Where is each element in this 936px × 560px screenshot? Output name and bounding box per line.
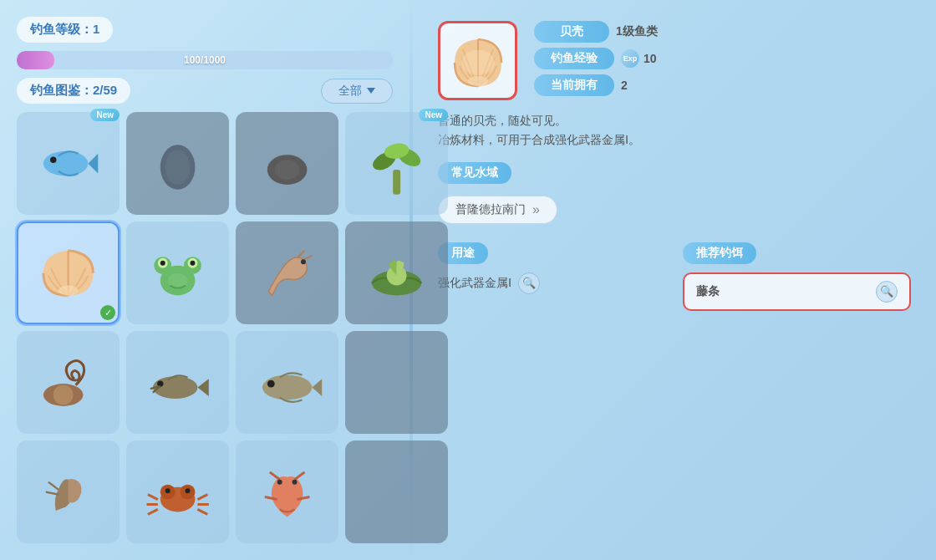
bait-section: 推荐钓饵 藤条 🔍 — [683, 242, 911, 311]
shell-icon-4 — [31, 236, 105, 310]
fish-cell-6[interactable] — [236, 221, 338, 324]
frog-icon-5 — [140, 236, 215, 310]
stat-row-name: 贝壳 1级鱼类 — [534, 21, 911, 43]
exp-bar-fill — [17, 51, 54, 69]
svg-point-4 — [165, 150, 191, 185]
svg-point-6 — [275, 160, 300, 180]
svg-point-47 — [185, 488, 190, 493]
item-name-label: 贝壳 — [534, 21, 609, 43]
usage-search-button[interactable]: 🔍 — [518, 272, 540, 294]
svg-point-11 — [58, 285, 79, 295]
fish-cell-13[interactable] — [126, 440, 229, 543]
item-stats: 贝壳 1级鱼类 钓鱼经验 Exp 10 当前拥有 2 — [534, 21, 911, 96]
fish-cell-14[interactable] — [236, 440, 338, 543]
filter-button[interactable]: 全部 — [321, 79, 393, 104]
sea-icon-12 — [31, 455, 105, 529]
svg-point-0 — [43, 151, 89, 176]
fish-cell-11[interactable] — [345, 331, 448, 434]
fish-grid: New New — [17, 112, 393, 543]
fish-cell-0[interactable]: New — [17, 112, 120, 215]
location-button[interactable]: 普隆德拉南门 » — [438, 196, 557, 224]
svg-marker-28 — [197, 379, 208, 396]
plant-icon-3 — [359, 126, 434, 201]
level-text: 钓鱼等级：1 — [30, 22, 99, 38]
catalog-badge: 钓鱼图鉴：2/59 — [17, 78, 130, 104]
new-badge-3: New — [419, 109, 448, 121]
svg-point-19 — [168, 273, 188, 288]
svg-line-43 — [197, 494, 207, 499]
item-icon — [445, 28, 511, 94]
catalog-header: 钓鱼图鉴：2/59 全部 — [17, 78, 393, 104]
stone-icon-2 — [250, 126, 324, 201]
svg-point-55 — [461, 50, 495, 75]
svg-line-49 — [294, 472, 304, 480]
water-tag: 常见水域 — [438, 162, 511, 184]
bait-search-button[interactable]: 🔍 — [876, 281, 898, 303]
usage-item-row: 强化武器金属Ⅰ 🔍 — [438, 272, 666, 294]
lobster-icon-14 — [250, 455, 324, 529]
svg-marker-1 — [88, 154, 98, 174]
fish-cell-10[interactable] — [236, 331, 338, 434]
fish-cell-15[interactable] — [345, 440, 448, 543]
svg-line-36 — [46, 492, 58, 495]
exp-value: Exp 10 — [621, 49, 657, 68]
lotus-icon-7 — [359, 236, 434, 310]
desc-line-2: 冶炼材料，可用于合成强化武器金属Ⅰ。 — [438, 131, 911, 150]
fish-cell-3[interactable]: New — [345, 112, 448, 215]
crab-icon-13 — [140, 455, 215, 529]
svg-point-26 — [53, 384, 74, 405]
svg-point-2 — [50, 156, 56, 162]
chevron-down-icon — [367, 88, 375, 94]
catalog-text: 钓鱼图鉴：2/59 — [30, 83, 117, 97]
fish-cell-2[interactable] — [236, 112, 338, 215]
bottom-section: 用途 强化武器金属Ⅰ 🔍 推荐钓饵 藤条 🔍 — [438, 242, 911, 311]
svg-point-22 — [301, 259, 306, 264]
fish-cell-9[interactable] — [126, 331, 229, 434]
owned-label: 当前拥有 — [534, 74, 614, 96]
level-badge: 钓鱼等级：1 — [17, 17, 113, 43]
svg-line-20 — [297, 251, 304, 258]
fish-cell-4[interactable]: ✓ — [17, 221, 120, 324]
stat-row-exp: 钓鱼经验 Exp 10 — [534, 48, 911, 69]
svg-point-54 — [468, 76, 488, 86]
chevron-icon: » — [532, 202, 540, 217]
bait-tag: 推荐钓饵 — [683, 242, 756, 264]
fish-cell-8[interactable] — [17, 331, 120, 434]
check-badge-4: ✓ — [100, 305, 115, 320]
fish-icon-0 — [31, 126, 105, 201]
stat-row-owned: 当前拥有 2 — [534, 74, 911, 96]
item-grade: 1级鱼类 — [616, 24, 658, 39]
owned-value: 2 — [621, 79, 628, 92]
fish-cell-7[interactable] — [345, 221, 448, 324]
svg-line-35 — [48, 482, 58, 490]
fish2-icon-10 — [250, 345, 324, 420]
fish-cell-1[interactable] — [126, 112, 229, 215]
location-row: 普隆德拉南门 » — [438, 196, 911, 224]
shrimp-icon-6 — [250, 236, 324, 310]
desc-line-1: 普通的贝壳，随处可见。 — [438, 112, 911, 131]
exp-icon: Exp — [621, 49, 639, 68]
catfish-icon-9 — [140, 345, 215, 420]
filter-label: 全部 — [338, 84, 362, 99]
snail-icon-8 — [31, 345, 105, 420]
exp-number: 10 — [644, 52, 657, 65]
svg-line-45 — [197, 509, 207, 514]
left-panel: 钓鱼等级：1 100/1000 钓鱼图鉴：2/59 全部 New — [0, 0, 410, 560]
svg-point-34 — [267, 380, 275, 388]
svg-point-52 — [277, 480, 282, 485]
usage-item-text: 强化武器金属Ⅰ — [438, 276, 511, 291]
svg-point-32 — [262, 375, 313, 400]
item-header: 贝壳 1级鱼类 钓鱼经验 Exp 10 当前拥有 2 — [438, 21, 911, 100]
fish-cell-12[interactable] — [17, 440, 120, 543]
bait-name: 藤条 — [696, 284, 720, 299]
fish-cell-5[interactable] — [126, 221, 229, 324]
bait-box: 藤条 🔍 — [683, 272, 911, 311]
water-section: 常见水域 — [438, 162, 911, 184]
exp-label: 钓鱼经验 — [534, 48, 614, 69]
usage-section: 用途 强化武器金属Ⅰ 🔍 — [438, 242, 666, 311]
svg-line-48 — [270, 472, 280, 480]
exp-bar: 100/1000 — [17, 51, 393, 69]
new-badge-0: New — [90, 109, 120, 121]
svg-marker-33 — [312, 379, 322, 396]
svg-point-17 — [160, 261, 165, 266]
